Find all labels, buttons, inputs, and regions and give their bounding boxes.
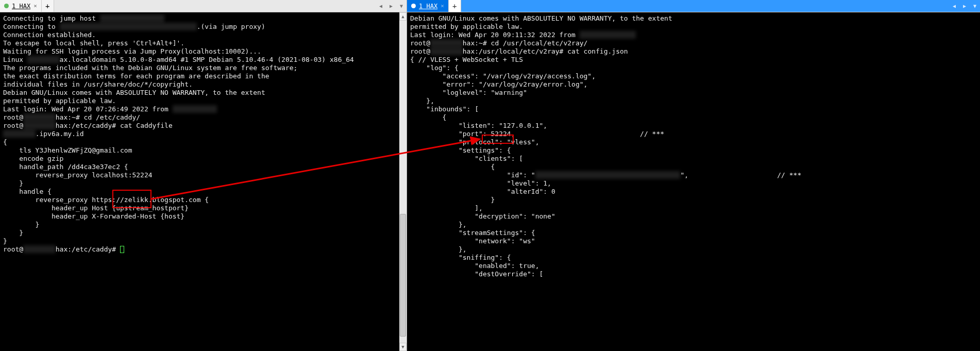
new-tab-button[interactable]: +: [449, 0, 461, 12]
terminal-line: },: [410, 245, 977, 254]
terminal-line: handle_path /dd4ca3e37ec2 {: [3, 163, 403, 171]
scroll-down-icon[interactable]: ▼: [399, 343, 407, 351]
terminal-line: "sniffing": {: [410, 254, 977, 262]
tab-status-dot-icon: [4, 4, 9, 8]
tab-left-hax[interactable]: 1 HAX ×: [0, 0, 42, 12]
terminal-line: Debian GNU/Linux comes with ABSOLUTELY N…: [3, 89, 403, 97]
close-icon[interactable]: ×: [441, 3, 444, 9]
terminal-line: Connection established.: [3, 31, 403, 39]
tab-dropdown-icon[interactable]: ▼: [396, 0, 407, 12]
terminal-line: "log": {: [410, 64, 977, 72]
terminal-line: "network": "ws": [410, 237, 977, 245]
tab-dropdown-icon[interactable]: ▼: [970, 0, 980, 12]
tab-status-dot-icon: [411, 4, 416, 8]
scroll-thumb[interactable]: [400, 214, 406, 337]
terminal-line: "enabled": true,: [410, 262, 977, 270]
terminal-line: individual files in /usr/share/doc/*/cop…: [3, 80, 403, 89]
terminal-line: "listen": "127.0.0.1",: [410, 122, 977, 130]
terminal-line: Waiting for SSH login process via Jump P…: [3, 47, 403, 56]
terminal-line: "port": 52224, // ***: [410, 130, 977, 138]
terminal-line: }: [3, 179, 403, 188]
terminal-line: "decryption": "none": [410, 212, 977, 221]
terminal-line: root@ hax:/etc/caddy#: [3, 245, 403, 254]
terminal-line: "inbounds": [: [410, 105, 977, 113]
scrollbar-left[interactable]: ▲ ▼: [399, 12, 407, 351]
tab-next-icon[interactable]: ▶: [959, 0, 970, 12]
terminal-line: {: [410, 163, 977, 171]
right-terminal-pane: 1 HAX × + ◀ ▶ ▼ Debian GNU/Linux comes w…: [407, 0, 980, 351]
terminal-right[interactable]: Debian GNU/Linux comes with ABSOLUTELY N…: [407, 12, 980, 351]
terminal-line: handle {: [3, 188, 403, 196]
tab-nav-controls: ◀ ▶ ▼: [949, 0, 980, 12]
terminal-line: Last login: Wed Apr 20 09:11:32 2022 fro…: [410, 31, 977, 39]
tab-next-icon[interactable]: ▶: [386, 0, 396, 12]
scroll-track[interactable]: [399, 21, 407, 343]
terminal-line: To escape to local shell, press 'Ctrl+Al…: [3, 39, 403, 47]
terminal-line: },: [410, 221, 977, 229]
terminal-line: reverse_proxy https://zelikk.blogspot.co…: [3, 196, 403, 204]
left-terminal-pane: 1 HAX × + ◀ ▶ ▼ Connecting to jump host …: [0, 0, 407, 351]
terminal-line: the exact distribution terms for each pr…: [3, 72, 403, 80]
tab-prev-icon[interactable]: ◀: [376, 0, 386, 12]
terminal-line: },: [410, 97, 977, 105]
terminal-line: Linux ax.localdomain 5.10.0-8-amd64 #1 S…: [3, 56, 403, 64]
terminal-line: header_up X-Forwarded-Host {host}: [3, 212, 403, 221]
terminal-line: "alterId": 0: [410, 188, 977, 196]
terminal-line: "protocol": "vless",: [410, 138, 977, 146]
terminal-line: Last login: Wed Apr 20 07:26:49 2022 fro…: [3, 105, 403, 113]
close-icon[interactable]: ×: [33, 3, 37, 9]
tab-nav-controls: ◀ ▶ ▼: [376, 0, 407, 12]
terminal-line: ],: [410, 204, 977, 212]
terminal-line: encode gzip: [3, 155, 403, 163]
terminal-line: The programs included with the Debian GN…: [3, 64, 403, 72]
terminal-line: "streamSettings": {: [410, 229, 977, 237]
terminal-line: "id": " ", // ***: [410, 171, 977, 179]
terminal-line: root@ hax:~# cd /etc/caddy/: [3, 113, 403, 122]
tab-prev-icon[interactable]: ◀: [949, 0, 959, 12]
terminal-left[interactable]: Connecting to jump host Connecting to .(…: [0, 12, 407, 351]
terminal-line: "error": "/var/log/v2ray/error.log",: [410, 80, 977, 89]
terminal-line: header_up Host {upstream_hostport}: [3, 204, 403, 212]
terminal-line: { // VLESS + WebSocket + TLS: [410, 56, 977, 64]
terminal-line: "settings": {: [410, 146, 977, 155]
terminal-line: }: [3, 221, 403, 229]
terminal-line: permitted by applicable law.: [3, 97, 403, 105]
terminal-line: .ipv6a.my.id: [3, 130, 403, 138]
terminal-line: {: [410, 113, 977, 122]
terminal-line: Connecting to .(via jump proxy): [3, 23, 403, 31]
terminal-line: "destOverride": [: [410, 270, 977, 278]
tab-bar-right: 1 HAX × + ◀ ▶ ▼: [407, 0, 980, 12]
new-tab-button[interactable]: +: [42, 0, 54, 12]
tab-label: 1 HAX: [419, 3, 437, 10]
terminal-line: "access": "/var/log/v2ray/access.log",: [410, 72, 977, 80]
tab-bar-left: 1 HAX × + ◀ ▶ ▼: [0, 0, 407, 12]
terminal-line: root@ hax:~# cd /usr/local/etc/v2ray/: [410, 39, 977, 47]
terminal-line: }: [410, 196, 977, 204]
terminal-line: Debian GNU/Linux comes with ABSOLUTELY N…: [410, 14, 977, 23]
terminal-line: "clients": [: [410, 155, 977, 163]
terminal-line: Connecting to jump host: [3, 14, 403, 23]
terminal-line: tls Y3JhenlwZWFjZQ@gmail.com: [3, 146, 403, 155]
terminal-line: {: [3, 138, 403, 146]
terminal-line: "level": 1,: [410, 179, 977, 188]
terminal-line: reverse_proxy localhost:52224: [3, 171, 403, 179]
tab-label: 1 HAX: [12, 3, 30, 10]
terminal-line: root@ hax:/etc/caddy# cat Caddyfile: [3, 122, 403, 130]
cursor-icon: [120, 246, 124, 253]
tab-right-hax[interactable]: 1 HAX ×: [407, 0, 449, 12]
terminal-line: "loglevel": "warning": [410, 89, 977, 97]
terminal-line: root@ hax:/usr/local/etc/v2ray# cat conf…: [410, 47, 977, 56]
terminal-line: }: [3, 229, 403, 237]
terminal-line: permitted by applicable law.: [410, 23, 977, 31]
scroll-up-icon[interactable]: ▲: [399, 12, 407, 21]
terminal-line: }: [3, 237, 403, 245]
